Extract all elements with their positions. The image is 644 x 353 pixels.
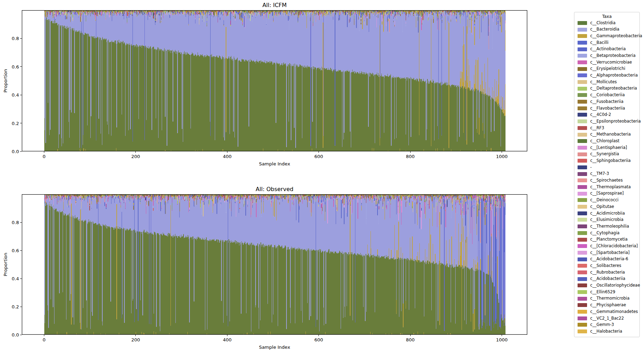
legend-color-swatch — [578, 198, 587, 202]
legend-item: c__Deltaproteobacteria — [574, 85, 639, 92]
y-axis-label: Proportion — [3, 253, 8, 276]
legend-item-label: c__Rubrobacteria — [590, 270, 625, 275]
legend-color-swatch — [578, 218, 587, 222]
legend-items: c__Clostridiac__Bacteroidiac__Gammaprote… — [574, 20, 639, 335]
legend-color-swatch — [578, 290, 587, 294]
y-tick-mark — [20, 307, 22, 307]
legend-item-label: c__Sphingobacteriia — [590, 159, 631, 163]
legend-item-label: c__Gemmatimonadetes — [590, 310, 638, 314]
y-tick-label: 0.6 — [5, 248, 19, 253]
legend-title: Taxa — [574, 14, 639, 20]
legend-item-label: c__4C0d-2 — [590, 113, 611, 117]
legend-color-swatch — [578, 310, 587, 314]
legend-item: c__[Chloracidobacteria] — [574, 243, 639, 249]
legend-color-swatch — [578, 159, 587, 163]
legend-item: c__Clostridia — [574, 20, 639, 26]
legend-color-swatch — [578, 119, 587, 123]
y-tick-mark — [20, 279, 22, 279]
legend-item: c__Planctomycetia — [574, 236, 639, 243]
legend-item: c__Gemm-3 — [574, 322, 639, 328]
legend-color-swatch — [578, 251, 587, 255]
legend-item-label: c__Deinococci — [590, 198, 618, 202]
legend-color-swatch — [578, 87, 587, 91]
legend-item-label: - — [590, 165, 592, 170]
x-axis-label: Sample Index — [22, 345, 527, 350]
legend-item: c__Verrucomicrobiae — [574, 59, 639, 66]
legend-item: c__Thermomicrobia — [574, 295, 639, 302]
legend-item: c__Chloroplast — [574, 138, 639, 144]
legend-item: c__Rubrobacteria — [574, 269, 639, 276]
y-tick-mark — [20, 151, 22, 152]
x-tick-mark — [410, 335, 411, 336]
y-tick-mark — [20, 250, 22, 251]
legend-item-label: c__Epsilonproteobacteria — [590, 119, 641, 124]
legend-color-swatch — [578, 47, 587, 51]
legend-item-label: c__Spirochaetes — [590, 178, 623, 183]
legend-color-swatch — [578, 152, 587, 156]
icfm-stacked-bar-canvas — [22, 10, 527, 151]
legend-item-label: c__Phycisphaerae — [590, 303, 626, 307]
legend-item: c__Bacilli — [574, 39, 639, 46]
legend-item-label: c__RF3 — [590, 126, 604, 130]
legend-item: c__Thermoplasmata — [574, 184, 639, 190]
legend-color-swatch — [578, 316, 587, 320]
legend-color-swatch — [578, 238, 587, 242]
legend-item: c__Gemmatimonadetes — [574, 308, 639, 315]
x-tick-label: 600 — [314, 154, 323, 159]
legend-item: c__VC2_1_Bac22 — [574, 315, 639, 322]
legend-item-label: c__Deltaproteobacteria — [590, 86, 637, 91]
legend-color-swatch — [578, 73, 587, 77]
x-tick-label: 800 — [406, 154, 415, 159]
legend-color-swatch — [578, 93, 587, 97]
legend-item-label: c__Planctomycetia — [590, 237, 627, 242]
legend-color-swatch — [578, 100, 587, 104]
chart-title-observed: All: Observed — [22, 186, 527, 193]
legend-item-label: c__Alphaproteobacteria — [590, 73, 638, 78]
x-tick-label: 400 — [223, 337, 232, 342]
legend-item: c__Ellin6529 — [574, 289, 639, 295]
x-tick-label: 0 — [43, 337, 45, 342]
legend-color-swatch — [578, 264, 587, 268]
legend-item-label: c__Oscillatoriophycideae — [590, 283, 640, 288]
x-tick-mark — [135, 151, 136, 153]
legend-color-swatch — [578, 28, 587, 32]
y-tick-mark — [20, 38, 22, 39]
legend-item-label: c__Elusimicrobia — [590, 218, 624, 222]
legend-color-swatch — [578, 185, 587, 189]
legend-item-label: c__Bacilli — [590, 41, 608, 45]
x-tick-mark — [318, 151, 319, 153]
legend-item: c__Coriobacteriia — [574, 92, 639, 99]
legend-item: c__Bacteroidia — [574, 26, 639, 33]
legend-color-swatch — [578, 67, 587, 71]
legend-item-label: c__Opitutae — [590, 205, 614, 209]
x-axis-label: Sample Index — [22, 161, 527, 166]
legend-color-swatch — [578, 172, 587, 176]
legend-item: c__Betaproteobacteria — [574, 52, 639, 59]
legend-item-label: c__Acidobacteriia — [590, 277, 625, 281]
legend-item: c__Gammaproteobacteria — [574, 33, 639, 39]
x-tick-label: 600 — [314, 337, 323, 342]
x-tick-label: 400 — [223, 154, 232, 159]
legend-item: c__4C0d-2 — [574, 112, 639, 118]
legend-item: c__Synergistia — [574, 151, 639, 158]
legend-item: c__Deinococci — [574, 197, 639, 204]
legend-item: c__Methanobacteria — [574, 131, 639, 138]
legend-item-label: c__Gammaproteobacteria — [590, 34, 642, 38]
legend-color-swatch — [578, 211, 587, 215]
y-tick-label: 0.6 — [5, 64, 19, 69]
legend-item: c__Acidobacteriia — [574, 276, 639, 282]
y-axis-label: Proportion — [3, 69, 8, 92]
legend-item-label: c__Gemm-3 — [590, 323, 614, 327]
legend-item-label: c__Solibacteres — [590, 264, 621, 268]
y-tick-label: 0.4 — [5, 92, 19, 98]
y-tick-mark — [20, 95, 22, 95]
legend-item: c__Halobacteria — [574, 328, 639, 335]
legend-item: c__Acidimicrobiia — [574, 210, 639, 217]
legend-item-label: c__[Chloracidobacteria] — [590, 244, 638, 248]
x-tick-mark — [135, 335, 136, 336]
legend-color-swatch — [578, 297, 587, 301]
legend-item-label: c__Chloroplast — [590, 139, 619, 143]
legend-item: c__Oscillatoriophycideae — [574, 282, 639, 289]
legend-item-label: c__Acidobacteria-6 — [590, 257, 628, 261]
legend-item: c__[Spartobacteria] — [574, 249, 639, 256]
